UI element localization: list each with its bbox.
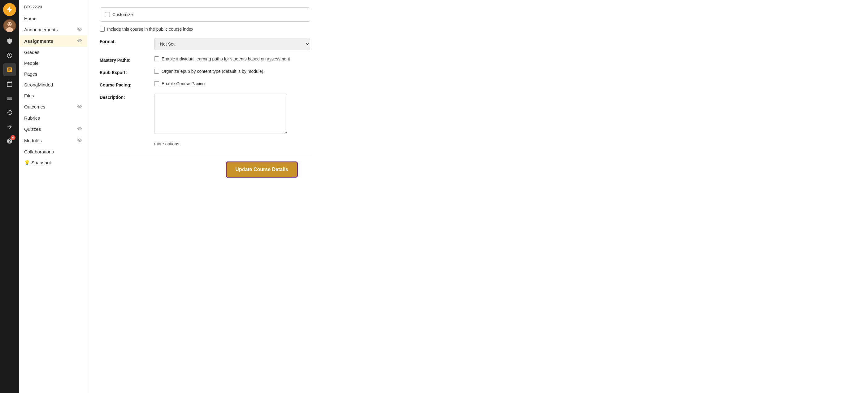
sidebar-item-people[interactable]: People — [19, 58, 87, 68]
epub-export-label: Epub Export: — [100, 69, 149, 75]
nav-icon-forward[interactable] — [3, 120, 16, 133]
customize-checkbox[interactable] — [105, 12, 110, 17]
icon-rail: 5 — [0, 0, 19, 393]
format-control: Not Set On-Campus Online Blended — [154, 38, 310, 50]
eye-slash-icon-announcements — [77, 27, 82, 32]
nav-icon-list[interactable] — [3, 92, 16, 105]
nav-icon-calendar[interactable] — [3, 78, 16, 90]
customize-box: Customize — [100, 7, 310, 22]
eye-slash-icon-modules — [77, 138, 82, 143]
course-pacing-control: Enable Course Pacing — [154, 81, 310, 86]
svg-point-4 — [10, 24, 11, 25]
sidebar-item-home[interactable]: Home — [19, 13, 87, 24]
svg-point-3 — [8, 24, 9, 25]
more-options-link[interactable]: more options — [154, 141, 310, 146]
nav-icon-book[interactable] — [3, 63, 16, 76]
nav-icon-shield[interactable] — [3, 35, 16, 48]
sidebar-item-files[interactable]: Files — [19, 90, 87, 101]
mastery-paths-control: Enable individual learning paths for stu… — [154, 56, 310, 61]
sidebar-item-outcomes[interactable]: Outcomes — [19, 101, 87, 113]
mastery-paths-label: Mastery Paths: — [100, 56, 149, 63]
sidebar-item-assignments[interactable]: Assignments — [19, 35, 87, 47]
include-public-row: Include this course in the public course… — [100, 27, 310, 32]
main-content: Customize Include this course in the pub… — [87, 0, 868, 393]
sidebar-item-collaborations-label: Collaborations — [24, 149, 82, 155]
sidebar-item-grades[interactable]: Grades — [19, 47, 87, 58]
sidebar-item-strongminded[interactable]: StrongMinded — [19, 79, 87, 90]
help-badge: 5 — [10, 135, 16, 140]
course-code: BTS 22-23 — [19, 5, 87, 13]
epub-export-checkbox[interactable] — [154, 69, 159, 74]
sidebar-item-home-label: Home — [24, 16, 82, 21]
sidebar-item-snapshot[interactable]: 💡 Snapshot — [19, 157, 87, 168]
sidebar-item-rubrics[interactable]: Rubrics — [19, 113, 87, 123]
epub-export-checkbox-label[interactable]: Organize epub by content type (default i… — [162, 69, 265, 74]
sidebar-item-announcements[interactable]: Announcements — [19, 24, 87, 35]
nav-icon-help[interactable]: 5 — [3, 135, 16, 147]
user-avatar[interactable] — [3, 19, 16, 32]
include-public-checkbox[interactable] — [100, 27, 105, 32]
sidebar-item-rubrics-label: Rubrics — [24, 115, 82, 120]
customize-label[interactable]: Customize — [112, 12, 133, 17]
nav-icon-clock[interactable] — [3, 49, 16, 62]
sidebar-item-announcements-label: Announcements — [24, 27, 77, 32]
description-textarea[interactable] — [154, 93, 287, 134]
app-logo[interactable] — [3, 3, 16, 16]
eye-slash-icon-quizzes — [77, 126, 82, 132]
course-pacing-checkbox[interactable] — [154, 81, 159, 86]
mastery-paths-row: Mastery Paths: Enable individual learnin… — [100, 56, 310, 63]
epub-export-row: Epub Export: Organize epub by content ty… — [100, 69, 310, 75]
course-pacing-label: Course Pacing: — [100, 81, 149, 87]
course-settings-form: Customize Include this course in the pub… — [100, 7, 310, 177]
sidebar-item-quizzes[interactable]: Quizzes — [19, 123, 87, 135]
form-divider — [100, 154, 310, 154]
sidebar-item-outcomes-label: Outcomes — [24, 104, 77, 109]
sidebar-item-grades-label: Grades — [24, 50, 82, 55]
sidebar-item-snapshot-label: 💡 Snapshot — [24, 160, 82, 166]
update-btn-wrapper: Update Course Details — [100, 162, 310, 177]
format-select[interactable]: Not Set On-Campus Online Blended — [154, 38, 310, 50]
eye-slash-icon-assignments — [77, 38, 82, 44]
sidebar-item-pages-label: Pages — [24, 71, 82, 77]
sidebar-item-people-label: People — [24, 60, 82, 66]
format-label: Format: — [100, 38, 149, 44]
sidebar-item-modules[interactable]: Modules — [19, 135, 87, 146]
mastery-paths-checkbox-label[interactable]: Enable individual learning paths for stu… — [162, 56, 290, 61]
sidebar-item-modules-label: Modules — [24, 138, 77, 143]
course-pacing-checkbox-label[interactable]: Enable Course Pacing — [162, 81, 205, 86]
description-control — [154, 93, 310, 135]
sidebar-item-strongminded-label: StrongMinded — [24, 82, 82, 87]
sidebar-item-quizzes-label: Quizzes — [24, 127, 77, 132]
nav-icon-history[interactable] — [3, 106, 16, 119]
sidebar-nav: BTS 22-23 Home Announcements Assignments… — [19, 0, 87, 393]
format-row: Format: Not Set On-Campus Online Blended — [100, 38, 310, 50]
description-label: Description: — [100, 93, 149, 100]
mastery-paths-checkbox[interactable] — [154, 56, 159, 61]
include-public-label[interactable]: Include this course in the public course… — [107, 27, 193, 32]
sidebar-item-collaborations[interactable]: Collaborations — [19, 146, 87, 157]
course-pacing-row: Course Pacing: Enable Course Pacing — [100, 81, 310, 87]
update-course-details-button[interactable]: Update Course Details — [226, 162, 298, 177]
eye-slash-icon-outcomes — [77, 104, 82, 110]
description-row: Description: — [100, 93, 310, 135]
sidebar-item-pages[interactable]: Pages — [19, 68, 87, 79]
epub-export-control: Organize epub by content type (default i… — [154, 69, 310, 74]
sidebar-item-files-label: Files — [24, 93, 82, 98]
customize-row: Customize — [105, 12, 305, 17]
sidebar-item-assignments-label: Assignments — [24, 38, 77, 44]
